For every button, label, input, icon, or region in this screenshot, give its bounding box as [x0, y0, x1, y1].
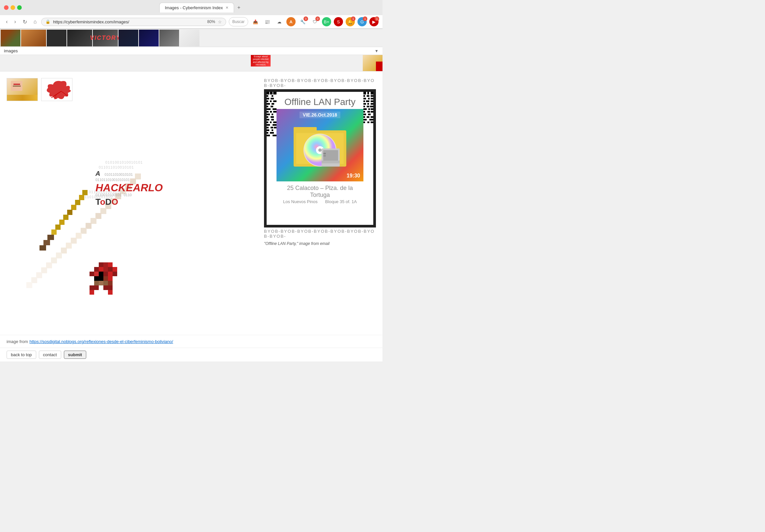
svg-rect-136: [370, 106, 373, 107]
strip-image-3[interactable]: [47, 30, 67, 46]
svg-rect-101: [272, 129, 273, 131]
contact-button[interactable]: contact: [39, 350, 61, 359]
back-to-top-button[interactable]: back to top: [7, 350, 36, 359]
thumbnail-1[interactable]: [7, 78, 38, 101]
svg-rect-133: [371, 103, 373, 105]
svg-rect-122: [364, 95, 365, 97]
svg-rect-81: [267, 108, 271, 110]
url-input[interactable]: 🔒 https://cyberfeminismindex.com/images/…: [41, 18, 226, 26]
back-button[interactable]: ‹: [4, 18, 10, 25]
strip-image-5[interactable]: VICTORY: [93, 30, 118, 46]
thumbnail-2[interactable]: [41, 78, 72, 101]
filter-dropdown-icon[interactable]: ▼: [375, 49, 379, 53]
svg-rect-148: [364, 119, 367, 121]
maximize-button[interactable]: [17, 5, 22, 10]
svg-rect-59: [108, 281, 113, 285]
svg-rect-150: [364, 122, 365, 123]
profile-icon[interactable]: A: [287, 17, 296, 26]
forward-button[interactable]: ›: [12, 18, 18, 25]
browser-tab[interactable]: Images - Cyberfeminism Index ✕: [159, 3, 234, 13]
svg-rect-88: [267, 116, 268, 118]
svg-rect-72: [267, 98, 269, 99]
badge-count-7: 1: [375, 16, 379, 21]
lan-address-2: Los Nuevos Pinos Bloque 35 of. 1A: [283, 199, 357, 205]
svg-rect-95: [267, 124, 270, 126]
firefox-sync-icon[interactable]: ☁: [275, 17, 284, 26]
lan-date: VIE.26.Oct.2018: [300, 112, 341, 118]
svg-rect-130: [371, 100, 373, 102]
svg-rect-144: [368, 114, 371, 115]
svg-rect-124: [371, 95, 373, 97]
extension-icon-1[interactable]: 🔧 0: [298, 17, 308, 26]
image-strip: VICTORY: [0, 29, 382, 47]
lan-image: VIE.26.Oct.2018: [277, 109, 364, 182]
filter-bar: images ▼: [0, 47, 382, 55]
svg-rect-132: [368, 103, 369, 105]
svg-rect-83: [267, 111, 269, 113]
pocket-icon[interactable]: 📥: [251, 17, 260, 26]
svg-rect-70: [267, 95, 268, 97]
svg-rect-99: [274, 127, 277, 128]
home-button[interactable]: ⌂: [32, 18, 39, 25]
svg-rect-62: [103, 285, 108, 290]
extension-icon-3[interactable]: B+: [322, 17, 331, 26]
strip-image-7[interactable]: [139, 30, 159, 46]
svg-rect-51: [113, 271, 117, 276]
reader-icon[interactable]: 📰: [263, 17, 272, 26]
search-icon[interactable]: Buscar: [229, 17, 248, 26]
extension-icon-7[interactable]: ▶ 1: [369, 17, 379, 26]
thumbnail-row: [7, 78, 251, 101]
svg-rect-31: [63, 215, 68, 220]
binary-text-1: 0101001010010101: [105, 160, 143, 164]
title-bar: Images - Cyberfeminism Index ✕ +: [0, 0, 382, 15]
svg-rect-30: [67, 210, 72, 215]
svg-rect-103: [270, 132, 274, 134]
minimize-button[interactable]: [11, 5, 15, 10]
svg-rect-74: [267, 100, 268, 102]
lan-party-container: BYOB-BYOB-BYOB-BYOB-BYOB-BYOB-BYOB-BYOB-: [264, 78, 376, 246]
strip-image-2[interactable]: [21, 30, 46, 46]
strip-image-8[interactable]: [159, 30, 179, 46]
lan-address: 25 Calacoto – Plza. de la Tortuga Los Nu…: [277, 182, 364, 208]
svg-rect-84: [270, 111, 272, 113]
svg-rect-100: [267, 129, 269, 131]
bookmark-icon[interactable]: ☆: [218, 19, 222, 24]
svg-rect-52: [94, 276, 99, 281]
close-button[interactable]: [4, 5, 9, 10]
new-tab-button[interactable]: +: [234, 3, 244, 13]
svg-rect-93: [270, 122, 272, 123]
extension-icon-4[interactable]: S: [334, 17, 343, 26]
hack-line-a: A 01011010010101: [96, 169, 163, 178]
svg-rect-68: [270, 92, 273, 95]
strip-image-9[interactable]: [180, 30, 200, 46]
left-section: 0101001010010101 011011010010101 0110010…: [0, 71, 258, 335]
svg-rect-129: [366, 100, 369, 102]
svg-rect-36: [43, 240, 50, 245]
svg-rect-87: [272, 114, 273, 115]
binary-inline-1: 01011010010101: [105, 173, 133, 177]
qr-left: [267, 92, 277, 225]
svg-rect-134: [364, 106, 365, 107]
strip-image-6[interactable]: [119, 30, 138, 46]
extension-icon-6[interactable]: G 1: [358, 17, 367, 26]
svg-rect-96: [273, 124, 277, 126]
search-label: Buscar: [232, 19, 245, 24]
svg-rect-65: [108, 290, 113, 294]
svg-rect-115: [322, 161, 340, 163]
svg-rect-26: [82, 190, 88, 195]
svg-rect-116: [323, 153, 326, 154]
strip-image-1[interactable]: [1, 30, 20, 46]
strip-image-4[interactable]: [67, 30, 92, 46]
filter-label: images: [4, 48, 372, 53]
byob-top: BYOB-BYOB-BYOB-BYOB-BYOB-BYOB-BYOB-BYOB-: [264, 78, 376, 88]
svg-rect-71: [272, 95, 273, 97]
reload-button[interactable]: ↻: [21, 18, 29, 26]
extension-icon-2[interactable]: 🛡 0: [310, 17, 319, 26]
tab-close-icon[interactable]: ✕: [226, 6, 229, 10]
svg-rect-120: [368, 92, 369, 95]
sub-strip: Essays about people infectedand affected…: [0, 55, 382, 71]
extension-icon-5[interactable]: 🔔 1: [346, 17, 355, 26]
submit-button[interactable]: submit: [64, 350, 87, 359]
image-source-link[interactable]: https://sosdigital.noblogs.org/reflexion…: [29, 339, 173, 344]
svg-rect-40: [108, 263, 113, 267]
